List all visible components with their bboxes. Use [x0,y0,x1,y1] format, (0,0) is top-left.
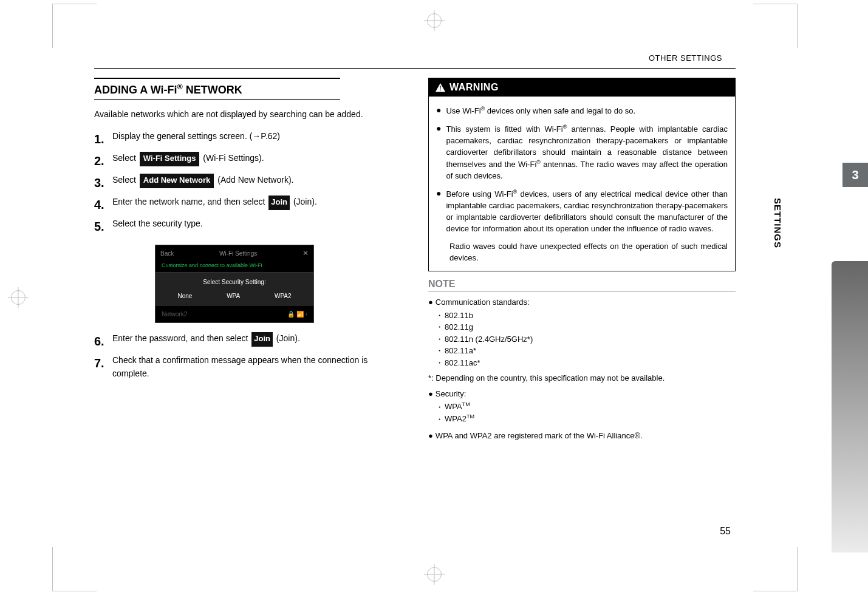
security-option-wpa[interactable]: WPA [227,293,240,299]
registration-mark [427,13,442,28]
step-number: 6. [94,332,112,351]
step-text: Select the security type. [112,217,402,230]
step-text: (Wi-Fi Settings). [200,153,264,163]
device-screenshot: Back Wi-Fi Settings ✕ Customize and conn… [155,245,314,323]
select-security-label: Select Security Setting: [155,272,313,289]
step-3: 3. Select Add New Network (Add New Netwo… [94,173,402,192]
join-button-label: Join [268,195,290,210]
step-text: Select [112,175,138,185]
left-column: ADDING A Wi-Fi® NETWORK Available networ… [94,78,402,442]
trademark-symbol: TM [466,413,474,420]
step-5: 5. Select the security type. [94,217,402,236]
step-text: Enter the password, and then select [112,333,250,343]
step-number: 5. [94,217,112,236]
warning-item-3: Before using Wi-Fi® devices, users of an… [446,188,728,235]
warning-icon: ! [435,83,446,92]
warning-text: Before using Wi-Fi [446,189,513,199]
step-text: Display the general settings screen. ( [112,131,252,141]
step-text: ) [277,131,280,141]
join-button-label: Join [251,332,273,347]
close-icon[interactable]: ✕ [302,249,309,257]
note-line: Security: [436,389,466,398]
warning-title: WARNING [449,82,499,93]
step-number: 7. [94,353,112,373]
step-7: 7. Check that a confirmation message app… [94,353,402,381]
warning-item-1: Use Wi-Fi® devices only when safe and le… [446,105,635,117]
right-gutter: 3 SETTINGS [747,0,868,595]
step-text: Select [112,153,138,163]
heading-text: ADDING A Wi-Fi [94,84,177,96]
step-1: 1. Display the general settings screen. … [94,129,402,149]
note-line: WPA and WPA2 are registered mark of the … [436,431,643,440]
network-row-label[interactable]: Network2 [162,311,187,318]
note-heading: NOTE [428,279,736,291]
svg-text:!: ! [439,84,442,92]
chapter-side-label: SETTINGS [773,198,783,248]
note-line: Communication standards: [436,298,530,307]
page-number: 55 [720,526,731,537]
note-standard: 802.11n (2.4GHz/5GHz*) [436,333,736,345]
step-number: 1. [94,129,112,149]
bullet-icon: ● [436,105,441,117]
security-text: WPA [445,403,462,412]
registration-mark [427,567,442,582]
step-text: (Join). [291,197,317,206]
thumb-index-gradient [832,261,868,552]
section-heading: ADDING A Wi-Fi® NETWORK [94,78,340,100]
warning-item-2: This system is fitted with Wi-Fi® antenn… [446,123,728,182]
note-security: WPATM [436,401,736,413]
screen-title: Wi-Fi Settings [219,250,257,257]
network-row-status-icons: 🔒 📶 › [287,311,307,318]
note-standard: 802.11a* [436,345,736,357]
add-new-network-button-label: Add New Network [140,174,214,188]
note-footnote: *: Depending on the country, this specif… [428,372,736,384]
warning-text: Use Wi-Fi [446,106,480,115]
step-text: Enter the network name, and then select [112,197,267,206]
chapter-thumb-tab: 3 [842,163,868,187]
warning-text: This system is fitted with Wi-Fi [446,125,562,134]
bullet-icon: ● [428,298,433,307]
bullet-icon: ● [428,389,433,398]
note-body: ●Communication standards: 802.11b 802.11… [428,296,736,441]
step-text: Check that a confirmation message appear… [112,353,402,381]
intro-paragraph: Available networks which are not display… [94,108,402,121]
heading-text: NETWORK [183,84,242,96]
security-option-wpa2[interactable]: WPA2 [275,293,292,299]
right-column: ! WARNING ● Use Wi-Fi® devices only when… [428,78,736,442]
back-button[interactable]: Back [160,250,174,257]
warning-box: ! WARNING ● Use Wi-Fi® devices only when… [428,78,736,271]
note-standard: 802.11ac* [436,357,736,369]
registered-symbol: ® [536,159,541,165]
wifi-settings-button-label: Wi-Fi Settings [140,152,200,166]
note-standard: 802.11g [436,321,736,333]
warning-item-3-continued: Radio waves could have unexpected effect… [449,241,728,264]
step-number: 3. [94,173,112,192]
step-text: (Add New Network). [215,175,293,185]
step-text: (Join). [274,333,300,343]
step-number: 2. [94,151,112,171]
trademark-symbol: TM [462,401,470,407]
step-6: 6. Enter the password, and then select J… [94,332,402,351]
step-4: 4. Enter the network name, and then sele… [94,195,402,214]
running-header: OTHER SETTINGS [649,53,722,63]
bullet-icon: ● [436,188,441,235]
step-number: 4. [94,195,112,214]
note-security: WPA2TM [436,413,736,425]
warning-text: devices only when safe and legal to do s… [485,106,635,115]
page-crossref-link[interactable]: →P.62 [252,131,277,141]
registered-symbol: ® [177,83,183,91]
note-standard: 802.11b [436,310,736,322]
bullet-icon: ● [428,431,433,440]
crop-mark [52,4,97,48]
security-option-none[interactable]: None [177,293,192,299]
step-2: 2. Select Wi-Fi Settings (Wi-Fi Settings… [94,151,402,171]
screen-subtitle: Customize and connect to available Wi-Fi [155,261,313,272]
registration-mark [11,290,26,305]
bullet-icon: ● [436,123,441,182]
crop-mark [52,547,97,591]
header-rule [94,68,736,69]
security-text: WPA2 [445,415,466,424]
